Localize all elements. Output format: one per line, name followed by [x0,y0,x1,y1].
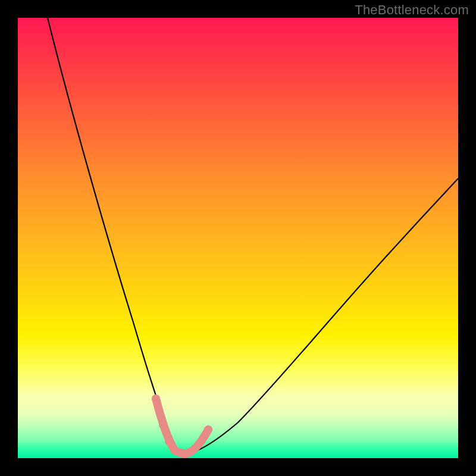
well-marker [152,394,160,403]
well-marker [165,437,173,446]
chart-svg [18,18,458,458]
well-marker [159,421,167,429]
well-marker [204,425,212,434]
chart-frame: TheBottleneck.com [0,0,476,476]
watermark-text: TheBottleneck.com [355,2,469,18]
main-curve [48,18,458,453]
plot-area [18,18,458,458]
